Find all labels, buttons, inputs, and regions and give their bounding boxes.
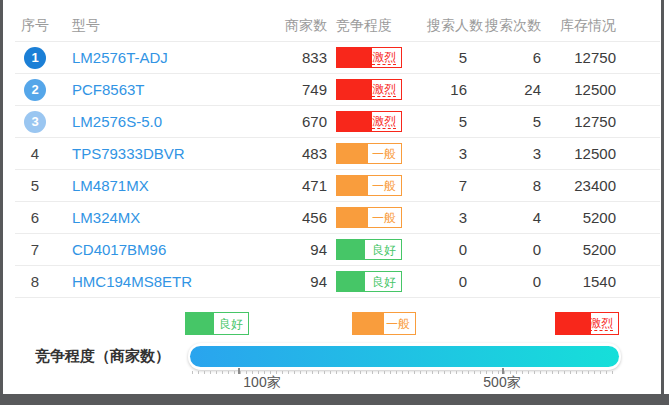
cell-competition: 一般	[327, 207, 427, 228]
cell-model: LM324MX	[55, 209, 270, 227]
scale-tick-label-100: 100家	[230, 374, 294, 392]
cell-merchants: 94	[270, 241, 327, 258]
cell-search-people: 5	[427, 113, 467, 130]
header-search-count: 搜索次数	[467, 17, 541, 35]
competition-label: 一般	[372, 179, 396, 193]
competition-gradient-bar	[188, 343, 621, 370]
model-link[interactable]: PCF8563T	[72, 81, 145, 98]
model-link[interactable]: LM2576S-5.0	[72, 113, 162, 130]
legend-good-fill	[186, 313, 214, 334]
legend-item-intense: 激烈	[555, 312, 619, 335]
competition-badge[interactable]: 一般	[336, 175, 402, 196]
cell-competition: 良好	[327, 239, 427, 260]
cell-seq: 7	[15, 241, 55, 259]
cell-seq: 5	[15, 177, 55, 195]
header-competition: 竞争程度	[327, 17, 427, 35]
window-border-left	[0, 0, 3, 405]
competition-badge[interactable]: 激烈	[336, 111, 402, 132]
cell-model: LM2576T-ADJ	[55, 49, 270, 67]
rank-badge: 1	[24, 47, 46, 69]
cell-search-count: 3	[467, 145, 541, 162]
table-row: 4 TPS79333DBVR 483 一般 3 3 12500	[15, 138, 660, 170]
cell-model: LM2576S-5.0	[55, 113, 270, 131]
header-seq: 序号	[15, 17, 55, 35]
cell-search-people: 7	[427, 177, 467, 194]
cell-inventory: 12750	[541, 49, 616, 66]
competition-label: 一般	[372, 147, 396, 161]
cell-search-count: 4	[467, 209, 541, 226]
competition-badge[interactable]: 良好	[336, 271, 402, 292]
cell-merchants: 670	[270, 113, 327, 130]
cell-competition: 良好	[327, 271, 427, 292]
rank-number: 7	[31, 241, 39, 258]
legend-intense-fill	[556, 313, 591, 334]
legend-item-average: 一般	[352, 312, 416, 335]
competition-badge[interactable]: 一般	[336, 143, 402, 164]
competition-label: 一般	[372, 211, 396, 225]
table-row: 3 LM2576S-5.0 670 激烈 5 5 12750	[15, 106, 660, 138]
table-row: 8 HMC194MS8ETR 94 良好 0 0 1540	[15, 266, 660, 298]
model-link[interactable]: TPS79333DBVR	[72, 145, 185, 162]
model-link[interactable]: HMC194MS8ETR	[72, 273, 192, 290]
cell-search-count: 24	[467, 81, 541, 98]
table-row: 7 CD4017BM96 94 良好 0 0 5200	[15, 234, 660, 266]
cell-search-people: 3	[427, 209, 467, 226]
competition-fill	[337, 144, 368, 163]
cell-model: HMC194MS8ETR	[55, 273, 270, 291]
cell-model: TPS79333DBVR	[55, 145, 270, 163]
cell-search-people: 0	[427, 273, 467, 290]
model-link[interactable]: LM4871MX	[72, 177, 149, 194]
cell-inventory: 12750	[541, 113, 616, 130]
cell-merchants: 833	[270, 49, 327, 66]
cell-inventory: 5200	[541, 241, 616, 258]
cell-merchants: 94	[270, 273, 327, 290]
legend-item-good: 良好	[185, 312, 249, 335]
cell-seq: 8	[15, 273, 55, 291]
cell-seq: 6	[15, 209, 55, 227]
competition-badge[interactable]: 激烈	[336, 47, 402, 68]
cell-model: CD4017BM96	[55, 241, 270, 259]
table-row: 1 LM2576T-ADJ 833 激烈 5 6 12750	[15, 42, 660, 74]
scale-title: 竞争程度（商家数）	[35, 347, 170, 366]
header-model: 型号	[55, 17, 270, 35]
cell-inventory: 12500	[541, 145, 616, 162]
competition-fill	[337, 208, 368, 227]
cell-competition: 激烈	[327, 79, 427, 100]
cell-search-count: 0	[467, 241, 541, 258]
cell-search-count: 6	[467, 49, 541, 66]
table-row: 5 LM4871MX 471 一般 7 8 23400	[15, 170, 660, 202]
gradient-fill	[190, 346, 619, 367]
model-link[interactable]: LM2576T-ADJ	[72, 49, 168, 66]
cell-inventory: 5200	[541, 209, 616, 226]
cell-search-people: 5	[427, 49, 467, 66]
cell-seq: 1	[15, 47, 55, 69]
cell-inventory: 1540	[541, 273, 616, 290]
window-border-right	[661, 0, 664, 405]
competition-badge[interactable]: 良好	[336, 239, 402, 260]
competition-fill	[337, 112, 372, 131]
cell-merchants: 749	[270, 81, 327, 98]
cell-seq: 2	[15, 79, 55, 101]
cell-search-people: 16	[427, 81, 467, 98]
competition-badge[interactable]: 激烈	[336, 79, 402, 100]
rank-number: 4	[31, 145, 39, 162]
cell-competition: 一般	[327, 143, 427, 164]
model-link[interactable]: CD4017BM96	[72, 241, 166, 258]
competition-badge[interactable]: 一般	[336, 207, 402, 228]
competition-label: 激烈	[372, 50, 396, 65]
table-row: 6 LM324MX 456 一般 3 4 5200	[15, 202, 660, 234]
cell-search-people: 3	[427, 145, 467, 162]
model-link[interactable]: LM324MX	[72, 209, 140, 226]
cell-competition: 一般	[327, 175, 427, 196]
competition-label: 良好	[372, 243, 396, 257]
legend-good-label: 良好	[219, 317, 243, 331]
competition-fill	[337, 48, 372, 67]
cell-search-count: 0	[467, 273, 541, 290]
cell-competition: 激烈	[327, 111, 427, 132]
table-row: 2 PCF8563T 749 激烈 16 24 12500	[15, 74, 660, 106]
competition-table: 序号 型号 商家数 竞争程度 搜索人数 搜索次数 库存情况 1 LM2576T-…	[15, 10, 660, 298]
cell-seq: 3	[15, 111, 55, 133]
competition-fill	[337, 176, 368, 195]
competition-label: 激烈	[372, 82, 396, 97]
competition-label: 激烈	[372, 114, 396, 129]
